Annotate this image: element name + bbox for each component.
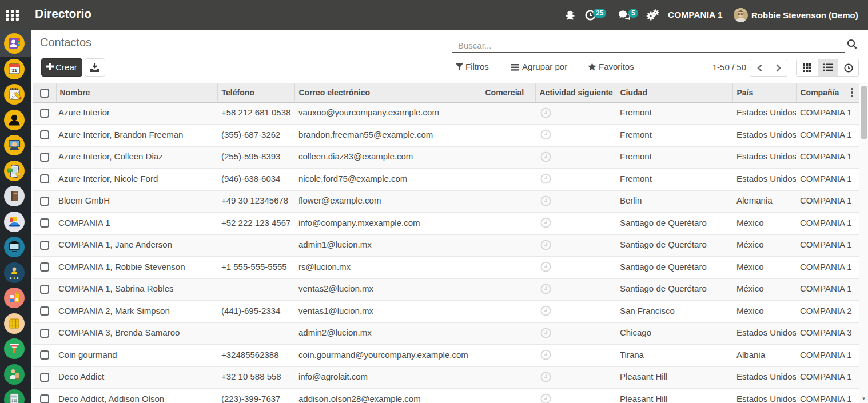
svg-text:31: 31: [11, 67, 17, 73]
